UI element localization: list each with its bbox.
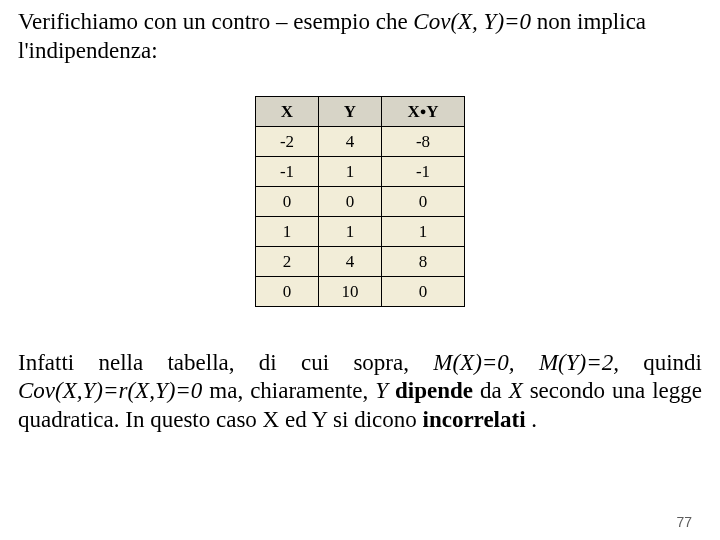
cell-y: 0 <box>319 186 382 216</box>
outro-inc: incorrelati <box>423 407 526 432</box>
dot-icon: ● <box>420 105 427 117</box>
outro-my: M(Y)=2, <box>539 350 619 375</box>
cell-xy: -1 <box>382 156 465 186</box>
cell-x: 0 <box>256 186 319 216</box>
page-number: 77 <box>676 514 692 530</box>
cell-y: 1 <box>319 156 382 186</box>
cell-xy: 8 <box>382 246 465 276</box>
table-row: -1 1 -1 <box>256 156 465 186</box>
table-row: 0 10 0 <box>256 276 465 306</box>
cell-xy: 0 <box>382 276 465 306</box>
cell-x: 1 <box>256 216 319 246</box>
cell-y: 1 <box>319 216 382 246</box>
outro-t6: . <box>526 407 538 432</box>
intro-cov: Cov(X, Y)=0 <box>413 9 531 34</box>
cell-y: 10 <box>319 276 382 306</box>
cell-y: 4 <box>319 126 382 156</box>
outro-t3: ma, chiaramente, <box>202 378 375 403</box>
table-row: 0 0 0 <box>256 186 465 216</box>
outro-yvar: Y <box>375 378 388 403</box>
col-header-y: Y <box>319 96 382 126</box>
covariance-table: X Y X●Y -2 4 -8 -1 1 -1 0 0 0 1 1 <box>255 96 465 307</box>
cell-x: -2 <box>256 126 319 156</box>
table-container: X Y X●Y -2 4 -8 -1 1 -1 0 0 0 1 1 <box>18 96 702 307</box>
table-row: 1 1 1 <box>256 216 465 246</box>
table-row: 2 4 8 <box>256 246 465 276</box>
intro-lead: Verifichiamo con un contro – esempio che <box>18 9 413 34</box>
col-header-xy-x: X <box>407 102 419 121</box>
cell-x: 2 <box>256 246 319 276</box>
table-row: -2 4 -8 <box>256 126 465 156</box>
outro-dep: dipende <box>395 378 473 403</box>
col-header-xy-y: Y <box>426 102 438 121</box>
cell-xy: 0 <box>382 186 465 216</box>
outro-mx: M(X)=0, <box>433 350 514 375</box>
cell-x: 0 <box>256 276 319 306</box>
outro-t1: Infatti nella tabella, di cui sopra, <box>18 350 433 375</box>
outro-cov: Cov(X,Y)=r(X,Y)=0 <box>18 378 202 403</box>
outro-t4: da <box>473 378 509 403</box>
cell-xy: -8 <box>382 126 465 156</box>
cell-y: 4 <box>319 246 382 276</box>
cell-x: -1 <box>256 156 319 186</box>
table-header-row: X Y X●Y <box>256 96 465 126</box>
intro-text: Verifichiamo con un contro – esempio che… <box>18 8 702 66</box>
outro-text: Infatti nella tabella, di cui sopra, M(X… <box>18 349 702 435</box>
outro-sp1 <box>515 350 539 375</box>
cell-xy: 1 <box>382 216 465 246</box>
outro-sp2 <box>388 378 395 403</box>
outro-xvar: X <box>509 378 523 403</box>
outro-t2: quindi <box>619 350 702 375</box>
col-header-xy: X●Y <box>382 96 465 126</box>
col-header-x: X <box>256 96 319 126</box>
